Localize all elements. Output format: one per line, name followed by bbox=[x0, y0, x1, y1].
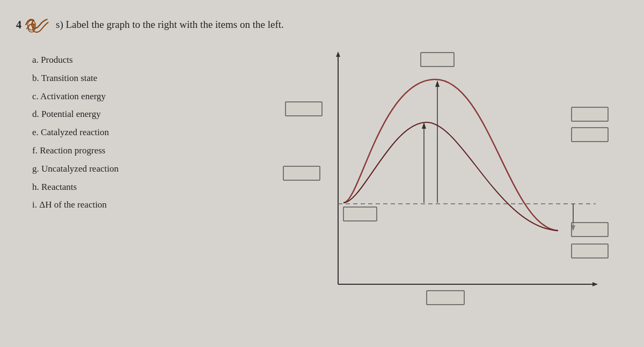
list-item-c: c. Activation energy bbox=[32, 90, 119, 103]
question-text: s) Label the graph to the right with the… bbox=[56, 19, 284, 31]
svg-rect-19 bbox=[572, 244, 608, 258]
svg-rect-20 bbox=[427, 291, 464, 305]
list-item-a: a. Products bbox=[32, 54, 119, 67]
svg-marker-5 bbox=[592, 282, 598, 286]
list-item-g: g. Uncatalyzed reaction bbox=[32, 163, 119, 175]
svg-rect-21 bbox=[286, 102, 322, 116]
svg-marker-8 bbox=[435, 80, 440, 87]
list-item-f: f. Reaction progress bbox=[32, 144, 119, 157]
scissors-icon bbox=[25, 15, 50, 34]
list-item-b: b. Transition state bbox=[32, 72, 119, 85]
page: 4 s) Label the graph to the right with t… bbox=[0, 0, 644, 347]
question-header: 4 s) Label the graph to the right with t… bbox=[16, 15, 284, 34]
list-item-e: e. Catalyzed reaction bbox=[32, 126, 119, 139]
question-number: 4 bbox=[16, 19, 21, 31]
list-item-i: i. ΔH of the reaction bbox=[32, 198, 119, 211]
svg-rect-16 bbox=[283, 166, 320, 180]
energy-diagram bbox=[274, 38, 628, 333]
list-item-d: d. Potential energy bbox=[32, 108, 119, 121]
svg-rect-13 bbox=[421, 53, 454, 67]
svg-rect-17 bbox=[343, 207, 377, 221]
items-list: a. Products b. Transition state c. Activ… bbox=[32, 54, 119, 211]
svg-marker-4 bbox=[336, 51, 340, 57]
list-item-h: h. Reactants bbox=[32, 181, 119, 194]
svg-rect-18 bbox=[572, 223, 608, 237]
svg-marker-10 bbox=[422, 122, 426, 129]
svg-rect-14 bbox=[572, 107, 608, 121]
svg-rect-15 bbox=[572, 128, 608, 142]
